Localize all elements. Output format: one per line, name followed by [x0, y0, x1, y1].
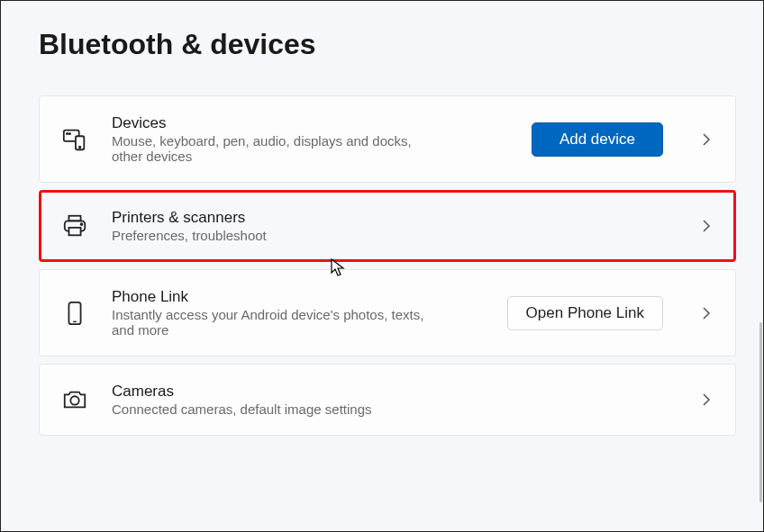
camera-icon	[61, 386, 88, 413]
printer-icon	[61, 212, 88, 239]
item-title: Printers & scanners	[112, 209, 663, 227]
item-subtitle: Mouse, keyboard, pen, audio, displays an…	[112, 133, 436, 164]
item-text: Devices Mouse, keyboard, pen, audio, dis…	[112, 114, 508, 164]
item-subtitle: Instantly access your Android device's p…	[112, 307, 436, 338]
svg-rect-9	[68, 302, 80, 323]
item-title: Devices	[112, 114, 508, 132]
chevron-right-icon	[699, 219, 714, 233]
item-title: Phone Link	[112, 288, 484, 306]
svg-point-3	[67, 132, 68, 133]
phone-icon	[61, 300, 88, 327]
item-text: Cameras Connected cameras, default image…	[112, 383, 663, 417]
item-text: Phone Link Instantly access your Android…	[112, 288, 484, 338]
settings-item-phone-link[interactable]: Phone Link Instantly access your Android…	[39, 269, 736, 356]
devices-icon	[61, 126, 88, 153]
svg-point-8	[81, 223, 83, 225]
open-phone-link-button[interactable]: Open Phone Link	[507, 296, 663, 330]
scrollbar[interactable]	[759, 322, 762, 502]
item-title: Cameras	[112, 383, 663, 401]
svg-point-11	[70, 396, 78, 404]
chevron-right-icon	[699, 306, 714, 320]
item-subtitle: Preferences, troubleshoot	[112, 228, 436, 243]
settings-item-printers-scanners[interactable]: Printers & scanners Preferences, trouble…	[39, 190, 736, 262]
page-title: Bluetooth & devices	[1, 1, 763, 61]
chevron-right-icon	[699, 132, 714, 147]
add-device-button[interactable]: Add device	[532, 122, 663, 157]
settings-item-devices[interactable]: Devices Mouse, keyboard, pen, audio, dis…	[39, 95, 736, 183]
svg-point-4	[69, 132, 70, 133]
item-subtitle: Connected cameras, default image setting…	[112, 401, 436, 417]
settings-list: Devices Mouse, keyboard, pen, audio, dis…	[1, 61, 763, 436]
settings-item-cameras[interactable]: Cameras Connected cameras, default image…	[39, 364, 736, 436]
svg-point-2	[79, 146, 81, 148]
svg-rect-7	[68, 228, 80, 235]
chevron-right-icon	[699, 392, 714, 407]
item-text: Printers & scanners Preferences, trouble…	[112, 209, 663, 243]
